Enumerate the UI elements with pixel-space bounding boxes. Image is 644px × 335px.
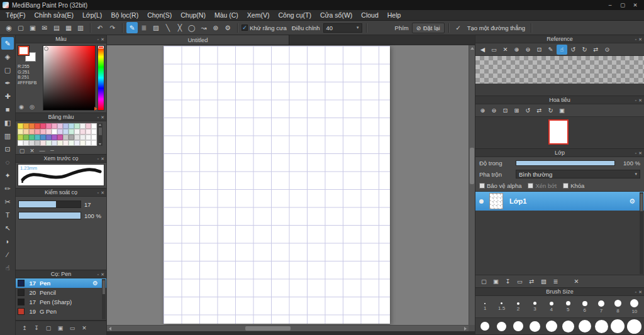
zoom-100-icon[interactable]: ⊞ — [511, 106, 522, 116]
logo-icon[interactable]: ◉ — [3, 22, 14, 33]
palette-swatch-3-9[interactable] — [69, 140, 74, 146]
undo-button[interactable]: ↶ — [94, 22, 106, 33]
layer-menu-icon[interactable]: ≣ — [550, 277, 561, 287]
maximize-button[interactable]: ▢ — [616, 1, 629, 9]
eyedropper-icon[interactable]: ✎ — [545, 45, 556, 55]
palette-swatch-1-9[interactable] — [69, 129, 74, 135]
checkbox-box[interactable] — [528, 183, 533, 189]
menu-item-5[interactable]: Chọn(S) — [143, 10, 176, 20]
multi-line-mode-icon[interactable]: ≣ — [138, 22, 150, 33]
palette-swatch-3-13[interactable] — [91, 140, 97, 146]
brush-size-large-2[interactable] — [493, 322, 509, 331]
palette-swatch-1-8[interactable] — [63, 129, 69, 135]
layer-visibility-toggle[interactable] — [479, 199, 484, 204]
palette-swatch-0-13[interactable] — [91, 123, 97, 129]
hand-icon[interactable]: ☝ — [557, 45, 567, 55]
palette-swatch-3-4[interactable] — [40, 140, 46, 146]
rotate-ccw-icon[interactable]: ↺ — [568, 45, 579, 55]
foreground-color-swatch[interactable] — [18, 46, 29, 55]
brush-size-1[interactable]: 1 — [477, 303, 493, 311]
panel-float-icon[interactable]: ▫ — [635, 37, 636, 41]
menu-item-8[interactable]: Xem(V) — [243, 10, 274, 20]
menu-item-3[interactable]: Lớp(L) — [78, 10, 106, 20]
reset-rotation-icon[interactable]: ▣ — [557, 106, 567, 116]
palette-swatch-1-2[interactable] — [29, 129, 35, 135]
palette-swatch-2-5[interactable] — [46, 135, 52, 140]
menu-item-1[interactable]: Tệp(F) — [1, 10, 30, 20]
palette-swatch-3-0[interactable] — [18, 140, 23, 146]
correction-dropdown[interactable]: 40 ▾ — [323, 23, 362, 33]
menu-item-10[interactable]: Cửa sổ(W) — [316, 10, 357, 20]
scroll-left-icon[interactable] — [109, 327, 111, 331]
scrollbar-thumb[interactable] — [640, 194, 643, 211]
palette-swatch-2-2[interactable] — [29, 135, 35, 140]
color-swatches[interactable] — [18, 46, 38, 63]
zoom-fit-icon[interactable]: ⊡ — [500, 106, 511, 116]
transparent-color-icon[interactable]: ◎ — [28, 103, 36, 111]
panel-close-icon[interactable]: ✕ — [101, 37, 104, 41]
brush-size-2[interactable]: 2 — [510, 302, 526, 312]
prev-image-icon[interactable]: ◀ — [477, 45, 488, 55]
antialias-checkbox[interactable]: ✓ Khử răng cưa — [242, 25, 289, 31]
palette-swatch-2-11[interactable] — [80, 135, 86, 140]
zoom-in-icon[interactable]: ⊕ — [477, 106, 488, 116]
palette-swatch-2-6[interactable] — [52, 135, 57, 140]
brush-opacity-slider[interactable] — [18, 212, 81, 219]
hue-marker[interactable] — [98, 46, 104, 48]
palette-swatch-1-5[interactable] — [46, 129, 52, 135]
zoom-fit-icon[interactable]: ⊡ — [534, 45, 545, 55]
palette-swatch-2-1[interactable] — [23, 135, 29, 140]
zoom-out-icon[interactable]: ⊖ — [523, 45, 533, 55]
panel-close-icon[interactable]: ✕ — [101, 190, 104, 195]
ink-tool[interactable]: ✒ — [1, 77, 14, 89]
dashed-line-icon[interactable]: ┄ — [48, 147, 56, 155]
duplicate-brush-icon[interactable]: ▣ — [57, 324, 64, 332]
palette-scrollbar[interactable] — [98, 123, 103, 146]
hatch-mode-icon[interactable]: ▨ — [150, 22, 162, 33]
reset-view-icon[interactable]: ⊙ — [602, 45, 613, 55]
layers-panel-header[interactable]: Lớp ▫✕ — [475, 149, 644, 157]
freehand-mode-icon[interactable]: ✎ — [126, 22, 138, 33]
scroll-down-icon[interactable] — [99, 143, 101, 145]
palette-swatch-0-4[interactable] — [40, 123, 46, 129]
delete-brush-icon[interactable]: ✕ — [80, 324, 88, 332]
layer-settings-icon[interactable]: ⚙ — [629, 197, 635, 206]
palette-swatch-0-11[interactable] — [80, 123, 86, 129]
palette-swatch-1-12[interactable] — [86, 129, 91, 135]
palette-swatch-3-8[interactable] — [63, 140, 69, 146]
rotate-cw-icon[interactable]: ↻ — [545, 106, 556, 116]
layer-row[interactable]: Lớp1 ⚙ — [475, 192, 644, 211]
brush-list-header[interactable]: Cọ: Pen ▫✕ — [16, 270, 106, 278]
protect-alpha-checkbox[interactable]: Bảo vệ alpha — [479, 182, 521, 189]
layer-opacity-slider[interactable] — [516, 160, 615, 166]
panel-float-icon[interactable]: ▫ — [97, 190, 99, 195]
brush-size-6[interactable]: 6 — [576, 301, 592, 313]
panel-close-icon[interactable]: ✕ — [638, 151, 642, 155]
palette-swatch-1-1[interactable] — [23, 129, 29, 135]
panel-float-icon[interactable]: ▫ — [635, 98, 636, 102]
scrollbar-thumb[interactable] — [103, 280, 105, 294]
palette-swatch-2-4[interactable] — [40, 135, 46, 140]
canvas-tab-untitled[interactable]: Untitled — [107, 35, 289, 45]
select-pen-tool[interactable]: ✏ — [1, 182, 14, 195]
brush-settings-icon[interactable]: ⚙ — [222, 22, 233, 33]
panel-float-icon[interactable]: ▫ — [635, 151, 636, 155]
palette-swatch-0-5[interactable] — [46, 123, 52, 129]
saturation-value-picker[interactable] — [43, 45, 96, 111]
delete-layer-icon[interactable]: ✕ — [571, 277, 582, 287]
brush-list-scrollbar[interactable] — [102, 279, 106, 319]
panel-close-icon[interactable]: ✕ — [101, 272, 104, 277]
palette-swatch-0-7[interactable] — [57, 123, 63, 129]
brush-size-10[interactable]: 10 — [626, 299, 643, 314]
palette-panel-header[interactable]: Bảng màu ▫✕ — [16, 113, 106, 121]
palette-swatch-2-13[interactable] — [91, 135, 97, 140]
color-dialog-icon[interactable]: ◉ — [18, 103, 25, 111]
palette-swatch-3-12[interactable] — [86, 140, 91, 146]
zoom-in-icon[interactable]: ⊕ — [511, 45, 522, 55]
reset-button[interactable]: ⊘ Đặt lại — [412, 23, 445, 33]
palette-swatch-0-8[interactable] — [63, 123, 69, 129]
canvas-vertical-scrollbar[interactable] — [469, 45, 475, 331]
palette-swatch-1-0[interactable] — [18, 129, 23, 135]
palette-swatch-1-4[interactable] — [40, 129, 46, 135]
panel-close-icon[interactable]: ✕ — [638, 98, 642, 102]
